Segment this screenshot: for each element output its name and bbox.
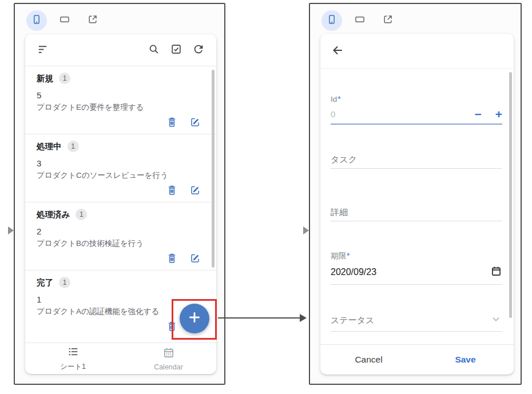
field-underline [331, 331, 502, 332]
due-date-value: 2020/09/23 [331, 267, 376, 277]
edit-icon [189, 184, 201, 198]
scrollbar[interactable] [509, 72, 512, 318]
task-id[interactable]: 5 [37, 90, 205, 100]
nav-tab-label: Calendar [154, 363, 183, 371]
edit-task-button[interactable] [189, 184, 201, 198]
flow-arrow-line [218, 317, 301, 319]
save-button[interactable]: Save [417, 345, 514, 375]
field-underline [331, 221, 502, 221]
back-button[interactable] [331, 43, 344, 59]
trash-icon [166, 116, 178, 130]
due-field-block: 期限* 2020/09/23 [331, 250, 502, 285]
edit-icon [189, 116, 201, 130]
list-toolbar [25, 34, 216, 66]
tablet-view-toggle[interactable] [350, 10, 370, 31]
id-input-placeholder: 0 [331, 109, 460, 119]
delete-task-button[interactable] [166, 252, 178, 266]
detail-input[interactable]: 詳細 [331, 207, 502, 217]
list-icon [67, 345, 80, 360]
device-toggle-bar [321, 10, 398, 31]
nav-tab-calendar[interactable]: Calendar [121, 343, 216, 374]
tablet-icon [354, 14, 366, 27]
group-count-badge: 1 [68, 141, 79, 152]
status-select[interactable]: ステータス [331, 313, 502, 328]
task-title[interactable]: プロダクトCのソースレビューを行う [37, 170, 205, 181]
group-count-badge: 1 [59, 277, 70, 288]
field-underline [331, 168, 502, 169]
group-title: 新規 [37, 73, 53, 84]
flow-arrow-head [300, 314, 307, 322]
panel-collapse-handle[interactable] [8, 226, 14, 234]
emulator-panel-list: 新規 1 5 プロダクトEの要件を整理する 処理中 1 3 [14, 3, 225, 385]
device-toggle-bar [26, 10, 103, 31]
task-actions [37, 252, 205, 265]
group-count-badge: 1 [59, 73, 70, 84]
calendar-icon[interactable] [490, 265, 502, 280]
tablet-icon [59, 14, 70, 27]
group-header: 処理済み 1 [37, 209, 205, 220]
group-title: 完了 [37, 277, 53, 288]
open-external-button[interactable] [378, 10, 398, 31]
phone-view-toggle[interactable] [26, 10, 47, 31]
open-in-new-icon [87, 14, 98, 27]
required-mark: * [347, 251, 350, 260]
task-input[interactable]: タスク [331, 154, 502, 165]
status-select-label: ステータス [331, 315, 374, 325]
canvas: 新規 1 5 プロダクトEの要件を整理する 処理中 1 3 [0, 0, 532, 394]
id-number-input[interactable]: 0 − + [331, 104, 502, 125]
delete-task-button[interactable] [166, 116, 178, 130]
task-title[interactable]: プロダクトBの技術検証を行う [37, 238, 205, 249]
toolbar-right-icons [148, 43, 205, 57]
required-mark: * [338, 94, 340, 104]
open-external-button[interactable] [82, 10, 103, 31]
task-id[interactable]: 3 [37, 158, 205, 168]
multiselect-button[interactable] [170, 43, 182, 57]
checkbox-icon [170, 43, 182, 57]
back-arrow-icon [331, 43, 344, 59]
group-title: 処理済み [37, 209, 70, 220]
nav-tab-label: シート1 [60, 362, 86, 372]
app-list-card: 新規 1 5 プロダクトEの要件を整理する 処理中 1 3 [25, 34, 216, 374]
due-date-input[interactable]: 2020/09/23 [331, 265, 502, 280]
bottom-nav: シート1 Calendar [25, 343, 216, 374]
search-button[interactable] [148, 43, 160, 57]
group-title: 処理中 [37, 141, 62, 152]
task-actions [37, 116, 205, 129]
refresh-icon [192, 43, 205, 57]
calendar-icon [162, 347, 175, 361]
group-header: 新規 1 [37, 73, 205, 84]
detail-field-block: 詳細 [331, 207, 502, 221]
form-header [320, 34, 514, 69]
chevron-down-icon [490, 313, 502, 328]
cancel-button[interactable]: Cancel [320, 345, 417, 375]
task-form-card: Id* 0 − + タスク 詳細 [320, 34, 514, 375]
increment-button[interactable]: + [495, 108, 502, 120]
trash-icon [166, 252, 178, 266]
open-in-new-icon [382, 14, 394, 27]
form-content: Id* 0 − + タスク 詳細 [320, 69, 514, 345]
task-id[interactable]: 2 [37, 226, 205, 236]
refresh-button[interactable] [192, 43, 205, 57]
edit-task-button[interactable] [189, 252, 201, 266]
group-header: 完了 1 [37, 277, 205, 288]
edit-task-button[interactable] [189, 116, 201, 130]
nav-tab-sheet1[interactable]: シート1 [25, 343, 121, 374]
emulator-panel-form: Id* 0 − + タスク 詳細 [309, 3, 522, 385]
edit-icon [189, 252, 201, 266]
phone-icon [31, 14, 42, 27]
tablet-view-toggle[interactable] [54, 10, 75, 31]
id-field-label: Id* [331, 94, 502, 104]
task-title[interactable]: プロダクトEの要件を整理する [37, 102, 205, 113]
phone-view-toggle[interactable] [321, 10, 342, 31]
panel-collapse-handle[interactable] [303, 226, 309, 234]
sort-button[interactable] [37, 43, 50, 58]
group-header: 処理中 1 [37, 141, 205, 152]
id-field-block: Id* 0 − + [331, 94, 502, 125]
delete-task-button[interactable] [166, 184, 178, 198]
scrollbar[interactable] [212, 70, 215, 268]
task-actions [37, 184, 205, 197]
sort-icon [37, 43, 50, 58]
decrement-button[interactable]: − [474, 108, 481, 120]
group-count-badge: 1 [76, 209, 87, 220]
trash-icon [166, 184, 178, 198]
